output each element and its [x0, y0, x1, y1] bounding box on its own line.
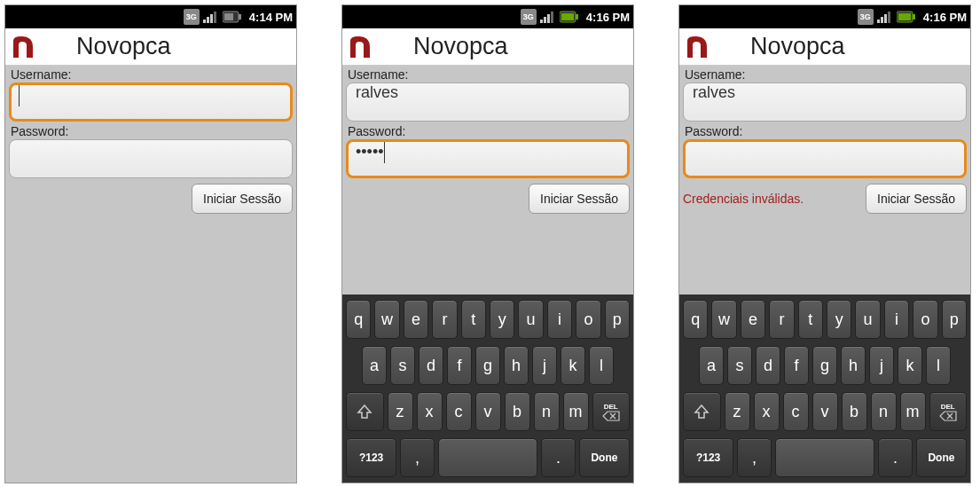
error-message: Credenciais inválidas. — [683, 192, 858, 206]
keyboard-row-3: z x c v b n m DEL — [683, 392, 967, 431]
key-x[interactable]: x — [417, 392, 443, 431]
svg-rect-2 — [210, 14, 213, 23]
key-w[interactable]: w — [374, 300, 399, 339]
battery-icon — [223, 9, 242, 25]
key-p[interactable]: p — [605, 300, 630, 339]
password-input[interactable] — [683, 139, 967, 178]
username-input[interactable]: ralves — [346, 82, 630, 122]
key-shift[interactable] — [346, 392, 384, 431]
key-w[interactable]: w — [711, 300, 736, 339]
key-s[interactable]: s — [727, 346, 752, 385]
svg-rect-17 — [888, 12, 890, 23]
key-j[interactable]: j — [532, 346, 557, 385]
key-y[interactable]: y — [827, 300, 851, 339]
key-r[interactable]: r — [432, 300, 457, 339]
username-input[interactable] — [9, 82, 293, 122]
key-symbols[interactable]: ?123 — [346, 438, 396, 477]
key-b[interactable]: b — [842, 392, 867, 431]
key-f[interactable]: f — [447, 346, 472, 385]
novopca-logo-icon — [685, 34, 711, 60]
key-f[interactable]: f — [784, 346, 809, 385]
status-bar: 3G 4:16 PM — [342, 5, 633, 28]
key-comma[interactable]: , — [737, 438, 772, 477]
key-z[interactable]: z — [388, 392, 413, 431]
status-bar: 3G 4:16 PM — [679, 5, 970, 28]
key-shift[interactable] — [683, 392, 721, 431]
key-p[interactable]: p — [942, 300, 967, 339]
key-m[interactable]: m — [900, 392, 926, 431]
key-r[interactable]: r — [769, 300, 794, 339]
key-u[interactable]: u — [518, 300, 543, 339]
key-h[interactable]: h — [841, 346, 866, 385]
login-button[interactable]: Iniciar Sessão — [529, 184, 630, 214]
key-space[interactable] — [775, 438, 874, 477]
key-symbols[interactable]: ?123 — [683, 438, 733, 477]
key-period[interactable]: . — [541, 438, 576, 477]
password-input[interactable] — [9, 139, 293, 178]
key-t[interactable]: t — [461, 300, 486, 339]
key-t[interactable]: t — [798, 300, 823, 339]
key-h[interactable]: h — [504, 346, 529, 385]
app-title: Novopca — [413, 33, 508, 60]
battery-icon — [897, 9, 916, 25]
key-j[interactable]: j — [869, 346, 894, 385]
svg-rect-15 — [881, 17, 883, 23]
key-g[interactable]: g — [475, 346, 500, 385]
key-x[interactable]: x — [754, 392, 780, 431]
key-b[interactable]: b — [505, 392, 530, 431]
key-done[interactable]: Done — [579, 438, 630, 477]
key-l[interactable]: l — [926, 346, 951, 385]
key-delete[interactable]: DEL — [592, 392, 631, 431]
app-title: Novopca — [750, 33, 845, 60]
key-q[interactable]: q — [346, 300, 371, 339]
key-done[interactable]: Done — [916, 438, 967, 477]
key-g[interactable]: g — [812, 346, 837, 385]
key-space[interactable] — [438, 438, 537, 477]
username-label: Username: — [11, 67, 293, 82]
login-form: Username: ralves Password: Credenciais i… — [679, 66, 970, 295]
key-i[interactable]: i — [884, 300, 909, 339]
keyboard-row-2: a s d f g h j k l — [683, 346, 967, 385]
novopca-logo-icon — [11, 34, 37, 60]
key-a[interactable]: a — [699, 346, 724, 385]
login-button[interactable]: Iniciar Sessão — [192, 184, 293, 214]
key-y[interactable]: y — [490, 300, 514, 339]
password-label: Password: — [348, 124, 630, 138]
battery-icon — [560, 9, 579, 25]
key-c[interactable]: c — [783, 392, 809, 431]
key-z[interactable]: z — [725, 392, 750, 431]
key-v[interactable]: v — [812, 392, 838, 431]
keyboard-row-2: a s d f g h j k l — [346, 346, 630, 385]
key-k[interactable]: k — [898, 346, 922, 385]
key-l[interactable]: l — [589, 346, 614, 385]
key-d[interactable]: d — [756, 346, 780, 385]
key-q[interactable]: q — [683, 300, 708, 339]
svg-rect-9 — [547, 14, 550, 23]
key-e[interactable]: e — [741, 300, 765, 339]
key-i[interactable]: i — [547, 300, 572, 339]
key-n[interactable]: n — [871, 392, 897, 431]
password-label: Password: — [11, 124, 293, 138]
key-e[interactable]: e — [404, 300, 428, 339]
username-input[interactable]: ralves — [683, 82, 967, 122]
key-o[interactable]: o — [913, 300, 937, 339]
password-input[interactable]: ••••• — [346, 139, 630, 178]
key-comma[interactable]: , — [400, 438, 435, 477]
key-o[interactable]: o — [576, 300, 600, 339]
key-period[interactable]: . — [878, 438, 913, 477]
login-form: Username: ralves Password: ••••• Iniciar… — [342, 66, 633, 295]
keyboard-row-1: q w e r t y u i o p — [683, 300, 967, 339]
svg-rect-20 — [913, 14, 915, 20]
key-u[interactable]: u — [855, 300, 880, 339]
key-a[interactable]: a — [362, 346, 387, 385]
key-delete[interactable]: DEL — [929, 392, 968, 431]
key-s[interactable]: s — [390, 346, 415, 385]
key-n[interactable]: n — [534, 392, 560, 431]
key-c[interactable]: c — [446, 392, 472, 431]
key-k[interactable]: k — [561, 346, 585, 385]
key-v[interactable]: v — [475, 392, 501, 431]
app-title-bar: Novopca — [342, 28, 633, 66]
key-m[interactable]: m — [563, 392, 589, 431]
login-button[interactable]: Iniciar Sessão — [866, 184, 967, 214]
key-d[interactable]: d — [419, 346, 443, 385]
